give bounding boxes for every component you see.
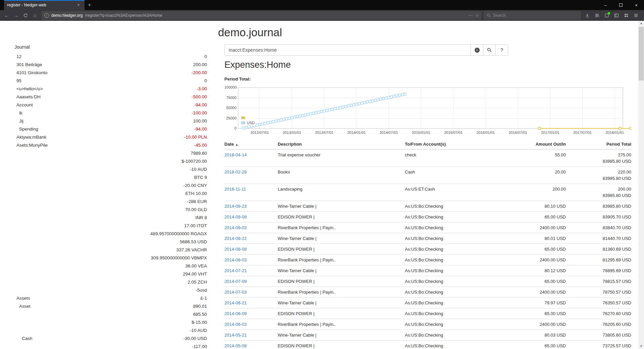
amount-cell: 80.01 USD xyxy=(505,233,566,244)
register-date-link[interactable]: 2014-08-22 xyxy=(224,236,247,241)
scroll-up-icon[interactable]: ▲ xyxy=(638,21,644,26)
account-link[interactable]: 4101 Girokonto xyxy=(14,70,47,75)
back-button[interactable]: ← xyxy=(2,11,11,20)
sidebar-account-row[interactable]: 120 xyxy=(14,52,207,60)
account-link[interactable]: Aaasets:DH xyxy=(14,94,41,99)
amount-cell: 65.00 USD xyxy=(505,276,566,287)
sidebar-journal-link[interactable]: Journal xyxy=(14,44,30,50)
sidebar-account-row[interactable]: 301 Beiträge200.00 xyxy=(14,60,207,68)
x-axis-label: 2016/01/01 xyxy=(472,131,500,135)
sidebar-account-row[interactable]: 950 xyxy=(14,77,207,85)
account-balance: 337.26 VACHR xyxy=(176,247,207,252)
account-balance: £-1 xyxy=(200,296,207,301)
account-link[interactable]: 95 xyxy=(14,78,21,83)
period-total-cell: 83840.70 USD xyxy=(566,222,631,233)
sidebar-account-row[interactable]: Account-94.00 xyxy=(14,101,207,109)
register-date-link[interactable]: 2014-07-03 xyxy=(224,290,247,295)
period-total-cell: 81360.69 USD xyxy=(566,244,631,255)
downloads-button[interactable] xyxy=(582,11,592,20)
register-row: 2014-06-09EDISON POWER |As:US:Bo:Checkin… xyxy=(224,308,631,319)
page-scrollbar[interactable]: ▲ ▼ xyxy=(638,21,644,349)
sidebar-account-row[interactable]: <u>hello</u>-3.00 xyxy=(14,85,207,93)
sidebar-account-row[interactable]: 4101 Girokonto-200.00 xyxy=(14,68,207,77)
sidebar-account-row: $-100720.00 xyxy=(14,157,207,165)
register-row: 2014-09-03RiverBank Properties | Payin..… xyxy=(224,222,631,233)
account-link[interactable]: Aktywa:mBank xyxy=(14,135,46,140)
register-date-link[interactable]: 2014-07-21 xyxy=(224,268,247,273)
sidebar-account-row[interactable]: Aktywa:mBank-10.00 PLN xyxy=(14,133,207,141)
account-link[interactable]: Jij xyxy=(14,118,23,123)
forward-button[interactable]: → xyxy=(11,11,21,20)
sidebar-account-row[interactable]: Jij100.00 xyxy=(14,117,207,125)
sidebar-account-row: 685.50 xyxy=(14,310,207,318)
menu-button[interactable] xyxy=(631,11,641,20)
register-date-link[interactable]: 2014-06-03 xyxy=(224,322,247,327)
home-button[interactable]: ⌂ xyxy=(30,11,40,20)
reload-button[interactable] xyxy=(21,11,30,20)
register-date-link[interactable]: 2014-09-23 xyxy=(224,204,247,209)
account-link[interactable]: 12 xyxy=(14,54,21,59)
extension-button[interactable] xyxy=(602,11,611,20)
sidebar-toggle-button[interactable] xyxy=(611,11,621,20)
query-input[interactable] xyxy=(224,44,471,56)
account-link[interactable]: Cash xyxy=(14,336,33,341)
register-date-link[interactable]: 2014-09-03 xyxy=(224,225,247,230)
period-total-chart: USD 02500050000750001000002012/07/012013… xyxy=(224,83,631,138)
browser-tab[interactable]: register - hledger-web × xyxy=(4,0,85,10)
period-total-line: 200.00 xyxy=(566,186,631,192)
account-link[interactable]: Assets xyxy=(14,296,30,301)
sidebar-account-row[interactable]: Asset890.01 xyxy=(14,302,207,310)
account-link[interactable]: Spending xyxy=(14,127,38,132)
browser-navbar: ← → ⌂ i demo.hledger.org /register?q=ina… xyxy=(0,10,644,21)
new-tab-button[interactable]: + xyxy=(85,0,95,10)
minimize-button[interactable]: – xyxy=(598,0,613,10)
account-link[interactable]: <u>hello</u> xyxy=(14,86,43,91)
register-date-link[interactable]: 2016-11-11 xyxy=(224,187,246,192)
account-link[interactable]: Asets:MunyPile xyxy=(14,143,48,148)
account-link[interactable]: Account xyxy=(14,102,33,107)
register-date-link[interactable]: 2014-05-08 xyxy=(224,343,247,348)
sidebar-account-row[interactable]: Spending-94.00 xyxy=(14,125,207,133)
register-date-link[interactable]: 2014-06-09 xyxy=(224,311,247,316)
toolbar-icons xyxy=(582,11,641,20)
tab-close-icon[interactable]: × xyxy=(75,2,82,8)
sidebar-account-row: -10 AUD xyxy=(14,165,207,173)
description-cell: Books xyxy=(278,167,405,184)
sidebar-account-row[interactable]: Assets£-1 xyxy=(14,294,207,302)
register-date-link[interactable]: 2014-08-08 xyxy=(224,247,247,252)
bookmark-star-icon[interactable]: ☆ xyxy=(475,13,479,18)
scroll-down-icon[interactable]: ▼ xyxy=(638,344,644,349)
search-button[interactable] xyxy=(483,44,496,56)
register-date-link[interactable]: 2018-04-14 xyxy=(224,152,247,157)
scrollbar-thumb[interactable] xyxy=(639,27,644,81)
column-header-date[interactable]: Date▲ xyxy=(224,140,278,149)
apps-grid-button[interactable] xyxy=(621,11,631,20)
site-info-icon[interactable]: i xyxy=(44,13,49,18)
register-date-link[interactable]: 2018-02-28 xyxy=(224,169,247,174)
clear-query-button[interactable]: × xyxy=(471,44,483,56)
register-date-link[interactable]: 2014-06-21 xyxy=(224,300,247,305)
close-button[interactable]: × xyxy=(629,0,644,10)
sidebar-account-row[interactable]: Asets:MunyPile-45.00 xyxy=(14,141,207,149)
register-date-link[interactable]: 2014-09-08 xyxy=(224,214,247,219)
sidebar-account-row[interactable]: Aaasets:DH-500.00 xyxy=(14,93,207,101)
sidebar-account-row: -288 EUR xyxy=(14,197,207,205)
url-bar[interactable]: i demo.hledger.org /register?q=inacct%3A… xyxy=(42,11,482,20)
date-cell: 2014-06-03 xyxy=(224,319,278,330)
page-actions-icon[interactable]: ⋯ xyxy=(468,13,473,18)
account-link[interactable]: 301 Beiträge xyxy=(14,62,42,67)
grid-icon xyxy=(624,13,629,18)
browser-search-field[interactable]: Search xyxy=(484,11,581,20)
register-date-link[interactable]: 2014-05-21 xyxy=(224,333,247,338)
sidebar-account-row[interactable]: Cash-30.00 USD xyxy=(14,334,207,342)
register-date-link[interactable]: 2014-08-03 xyxy=(224,257,247,262)
sidebar-account-row[interactable]: lk-100.00 xyxy=(14,109,207,117)
library-button[interactable] xyxy=(592,11,602,20)
help-button[interactable]: ? xyxy=(495,44,508,56)
date-cell: 2014-06-09 xyxy=(224,308,278,319)
maximize-button[interactable] xyxy=(613,0,629,10)
account-link[interactable]: lk xyxy=(14,110,22,115)
account-link[interactable]: Asset xyxy=(14,304,31,309)
account-balance: -100.00 xyxy=(192,110,207,115)
register-date-link[interactable]: 2014-07-09 xyxy=(224,279,247,284)
